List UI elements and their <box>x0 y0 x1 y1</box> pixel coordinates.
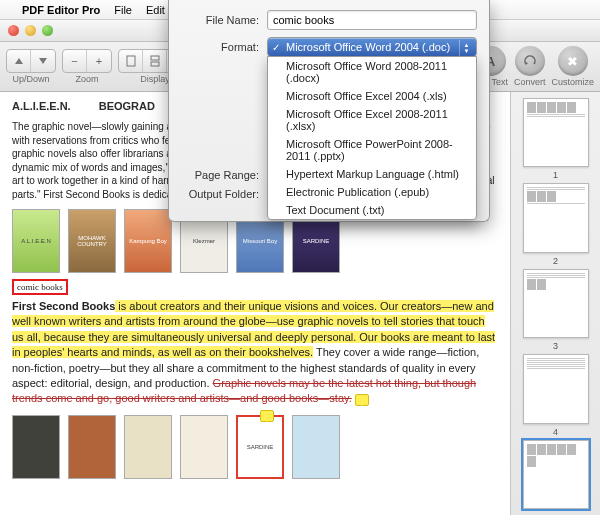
cover-strip-2: SARDINE <box>12 415 498 479</box>
convert-label: Convert <box>514 77 546 87</box>
book-cover <box>292 415 340 479</box>
page-thumbnail-1[interactable] <box>523 98 589 167</box>
menu-edit[interactable]: Edit <box>146 4 165 16</box>
format-option[interactable]: Text Document (.txt) <box>268 201 476 219</box>
svg-rect-1 <box>151 56 159 60</box>
book-cover <box>180 415 228 479</box>
doc-heading-left: A.L.I.E.E.N. <box>12 100 71 112</box>
format-label: Format: <box>181 41 259 53</box>
zoom-out-button[interactable]: − <box>63 50 87 72</box>
svg-rect-0 <box>127 56 135 66</box>
para2-strong: First Second Books <box>12 300 115 312</box>
export-sheet: File Name: Format: Microsoft Office Word… <box>168 0 490 222</box>
book-cover <box>12 415 60 479</box>
format-option[interactable]: Microsoft Office Excel 2008-2011 (.xlsx) <box>268 105 476 135</box>
format-option[interactable]: Hypertext Markup Language (.html) <box>268 165 476 183</box>
page-thumbnail-5[interactable] <box>523 440 589 509</box>
format-dropdown[interactable]: Microsoft Office Word 2004 (.doc) ▲▼ <box>267 37 477 57</box>
convert-button[interactable] <box>515 46 545 76</box>
page-down-button[interactable] <box>31 50 55 72</box>
book-cover <box>124 415 172 479</box>
app-name[interactable]: PDF Editor Pro <box>22 4 100 16</box>
display-label: Display <box>140 74 170 84</box>
format-option[interactable]: Microsoft Office Word 2008-2011 (.docx) <box>268 57 476 87</box>
updown-label: Up/Down <box>12 74 49 84</box>
thumb-label: 4 <box>553 427 558 437</box>
svg-rect-2 <box>151 62 159 66</box>
annotation-redbox[interactable]: comic books <box>12 279 68 295</box>
book-cover: SARDINE <box>236 415 284 479</box>
display-single-button[interactable] <box>119 50 143 72</box>
page-range-label: Page Range: <box>181 169 259 181</box>
sticky-note-icon[interactable] <box>260 410 274 422</box>
output-folder-label: Output Folder: <box>181 188 259 200</box>
thumbnail-sidebar: 1 2 3 4 <box>510 92 600 515</box>
thumb-label: 1 <box>553 170 558 180</box>
page-thumbnail-4[interactable] <box>523 354 589 423</box>
book-cover: A.L.I.E.E.N <box>12 209 60 273</box>
customize-label: Customize <box>551 77 594 87</box>
file-name-label: File Name: <box>181 14 259 26</box>
page-up-button[interactable] <box>7 50 31 72</box>
page-thumbnail-2[interactable] <box>523 183 589 252</box>
format-option[interactable]: Microsoft Office Excel 2004 (.xls) <box>268 87 476 105</box>
book-cover: Kampung Boy <box>124 209 172 273</box>
menu-file[interactable]: File <box>114 4 132 16</box>
book-cover: MOHAWK COUNTRY <box>68 209 116 273</box>
book-cover <box>68 415 116 479</box>
format-dropdown-menu: Microsoft Office Word 2008-2011 (.docx) … <box>267 56 477 220</box>
doc-para2: First Second Books is about creators and… <box>12 299 498 407</box>
window-close-button[interactable] <box>8 25 19 36</box>
thumb-label: 2 <box>553 256 558 266</box>
window-minimize-button[interactable] <box>25 25 36 36</box>
thumb-label: 3 <box>553 341 558 351</box>
customize-button[interactable]: ✖ <box>558 46 588 76</box>
doc-heading-right: BEOGRAD <box>99 100 155 112</box>
format-option[interactable]: Electronic Publication (.epub) <box>268 183 476 201</box>
file-name-input[interactable] <box>267 10 477 30</box>
zoom-in-button[interactable]: + <box>87 50 111 72</box>
format-option[interactable]: Microsoft Office PowerPoint 2008-2011 (.… <box>268 135 476 165</box>
window-zoom-button[interactable] <box>42 25 53 36</box>
sticky-note-icon[interactable] <box>355 394 369 406</box>
zoom-label: Zoom <box>75 74 98 84</box>
page-thumbnail-3[interactable] <box>523 269 589 338</box>
display-continuous-button[interactable] <box>143 50 167 72</box>
format-selected: Microsoft Office Word 2004 (.doc) <box>286 41 450 53</box>
dropdown-arrows-icon: ▲▼ <box>459 40 473 56</box>
